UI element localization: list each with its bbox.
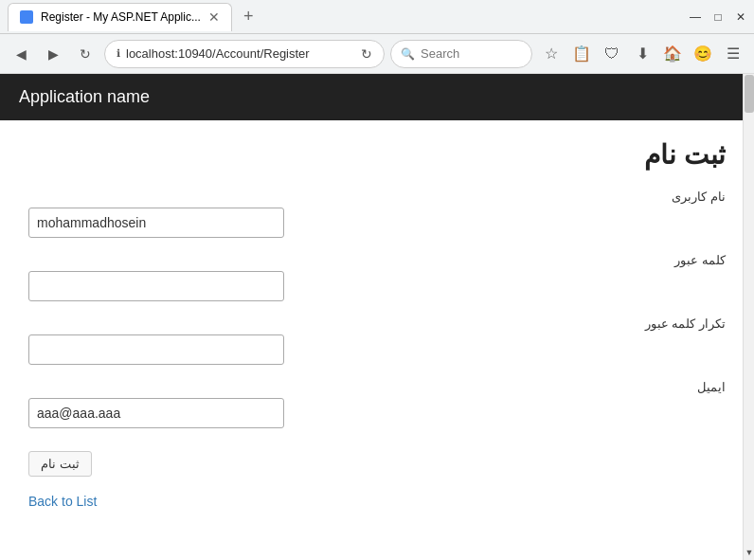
username-input[interactable] bbox=[28, 208, 284, 238]
minimize-button[interactable]: — bbox=[690, 11, 701, 23]
confirm-password-label: تکرار کلمه عبور bbox=[28, 316, 726, 331]
download-icon[interactable]: ⬇ bbox=[629, 41, 655, 67]
password-input[interactable] bbox=[28, 271, 284, 301]
search-input[interactable] bbox=[421, 46, 506, 61]
titlebar-left: Register - My ASP.NET Applic... ✕ + bbox=[8, 3, 259, 31]
email-group: ایمیل bbox=[28, 380, 726, 428]
email-input[interactable] bbox=[28, 398, 284, 428]
home-icon[interactable]: 🏠 bbox=[659, 41, 686, 67]
confirm-password-group: تکرار کلمه عبور bbox=[28, 316, 726, 365]
menu-icon[interactable]: ☰ bbox=[720, 41, 746, 67]
app-name: Application name bbox=[19, 87, 150, 106]
address-bar[interactable]: ℹ ↻ bbox=[104, 40, 385, 68]
back-to-list-link[interactable]: Back to List bbox=[28, 494, 726, 509]
pocket-icon[interactable]: 🛡 bbox=[599, 41, 625, 67]
password-group: کلمه عبور bbox=[28, 253, 726, 301]
lock-icon: ℹ bbox=[117, 47, 120, 60]
address-input[interactable] bbox=[126, 46, 355, 61]
main-content: ثبت نام نام کاربری کلمه عبور تکرار کلمه … bbox=[0, 120, 754, 559]
browser-navbar: ◀ ▶ ↻ ℹ ↻ 🔍 ☆ 📋 🛡 ⬇ 🏠 😊 ☰ bbox=[0, 34, 754, 74]
reading-list-icon[interactable]: 📋 bbox=[568, 41, 595, 67]
tab-favicon bbox=[20, 10, 33, 24]
smiley-icon[interactable]: 😊 bbox=[690, 41, 716, 67]
tab-close-icon[interactable]: ✕ bbox=[208, 10, 220, 24]
scrollbar-thumb[interactable] bbox=[745, 75, 754, 113]
app-header: Application name bbox=[0, 74, 754, 120]
nav-actions: ☆ 📋 🛡 ⬇ 🏠 😊 ☰ bbox=[538, 41, 746, 67]
bookmark-icon[interactable]: ☆ bbox=[538, 41, 565, 67]
back-button[interactable]: ◀ bbox=[8, 41, 34, 67]
browser-titlebar: Register - My ASP.NET Applic... ✕ + — □ … bbox=[0, 0, 754, 34]
submit-button[interactable]: ثبت نام bbox=[28, 451, 92, 477]
scrollbar[interactable]: ▲ ▼ bbox=[743, 74, 754, 560]
search-bar[interactable]: 🔍 bbox=[390, 40, 532, 68]
new-tab-button[interactable]: + bbox=[238, 7, 260, 27]
browser-tab[interactable]: Register - My ASP.NET Applic... ✕ bbox=[8, 3, 232, 31]
username-label: نام کاربری bbox=[28, 190, 726, 204]
email-label: ایمیل bbox=[28, 380, 726, 394]
scrollbar-arrow-down[interactable]: ▼ bbox=[744, 545, 754, 560]
titlebar-controls: — □ ✕ bbox=[690, 11, 746, 23]
password-label: کلمه عبور bbox=[28, 253, 726, 267]
tab-title: Register - My ASP.NET Applic... bbox=[41, 10, 201, 24]
forward-button[interactable]: ▶ bbox=[40, 41, 66, 67]
search-icon: 🔍 bbox=[401, 47, 415, 61]
reload-icon[interactable]: ↻ bbox=[361, 46, 372, 62]
reload-button[interactable]: ↻ bbox=[72, 41, 99, 67]
page-title: ثبت نام bbox=[28, 139, 726, 171]
close-button[interactable]: ✕ bbox=[735, 11, 746, 23]
maximize-button[interactable]: □ bbox=[712, 11, 724, 23]
username-group: نام کاربری bbox=[28, 190, 726, 238]
confirm-password-input[interactable] bbox=[28, 334, 284, 365]
